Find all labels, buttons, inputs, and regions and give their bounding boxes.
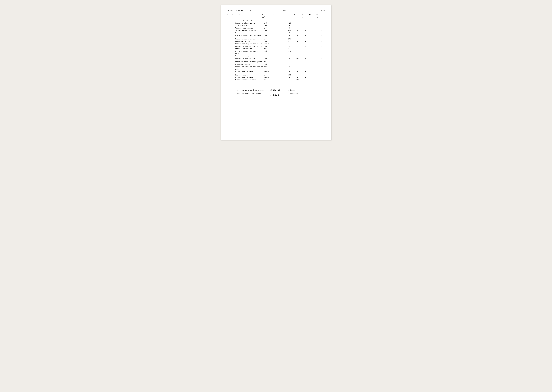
col-num-10: IO [306,14,313,15]
table-row: Нормативная трудоемкость в Н.Р.чел.–ч–––… [227,43,325,45]
table-row: Нормативная трудоемкостьчел.–ч–––I [227,70,325,73]
table-row: Нормативная трудоемкостьчел.–ч–––I70 [227,55,325,57]
footer-section: Составил инженер 2 категории Проверил на… [227,89,325,97]
header-divider [227,12,325,12]
col11-header: 3 [313,16,321,18]
doc-reference-right: 24475-10 [318,10,325,12]
table-row: Стоимость монтажных работруб.27I––– [227,38,325,40]
name-2: И.Г.Казанкова [286,92,298,95]
table-row: Всего, стоимость оборудованияруб.I905––– [227,34,325,37]
table-row: Накладные расходыруб.8I––– [227,40,325,43]
col-num-2: _2 [231,14,235,15]
table-row: Загтов.–складские расходыруб.203––– [227,29,325,32]
col-num-6: 6 [277,14,283,15]
doc-reference-left: ТП 503-1-78.90 Ал. 8 ч. 2 [227,10,251,12]
table-row: Всего, стоимость монтажных работруб.379–… [227,50,325,55]
col-num-11: II [313,14,321,15]
signature-2: 🖊☯☯☯ [270,93,280,97]
section-gap [227,73,325,74]
signature-1: 🖊☯☯☯ [270,89,280,92]
footer-names: Н.А.Черная И.Г.Казанкова [286,89,298,95]
table-row: Итого по сметеруб.2290––– [227,74,325,76]
document-page: ТП 503-1-78.90 Ал. 8 ч. 2 -228- 24475-10… [221,5,331,140]
col-num-7: 7 [283,14,291,15]
table-row: Стоимость сантехнических работруб.5––– [227,61,325,63]
table-row: Тара и упаковкаруб.I6––– [227,24,325,27]
compiled-label: Составил инженер 2 категории [237,89,263,92]
section-gap [227,37,325,38]
col-num-5: 5 [271,14,277,15]
col-num-3: _____3_________________________ [235,14,262,15]
table-row: Сметная заработная платаруб.–II6–– [227,79,325,81]
col-num-9: 9 [299,14,306,15]
name-1: Н.А.Черная [286,89,298,92]
col9-header: 2 [299,16,306,18]
table-row: Транспортные расходыруб.48––– [227,27,325,29]
verified-label: Проверил начальник группы [237,92,263,95]
vtchisle-label: в том числе: [227,19,325,21]
section-gap [227,60,325,61]
header-line: ТП 503-1-78.90 Ал. 8 ч. 2 -228- 24475-10 [227,10,325,12]
col-num-8: 8 [291,14,299,15]
table-row: Накладные расходыруб.I–––– [227,63,325,66]
doc-page-number: -228- [282,10,287,12]
table-row: Сметная заработная платаруб.–II6–– [227,57,325,60]
rub-label: руб. [262,16,271,18]
table-row: Нормативная трудоемкостьчел.–ч–––I7I [227,76,325,79]
table-row: Сметная заработная плата в Н.Р.руб.–I5–– [227,45,325,48]
table-row: Стоимость оборудованияруб.I626––– [227,22,325,24]
column-numbers-row: I _2 _____3_________________________ 4 5… [227,13,325,16]
col-num-4: 4 [262,14,271,15]
col-num-1: I [227,14,231,15]
main-table: Стоимость оборудованияруб.I626–––Тара и … [227,22,325,81]
rub-header-row: руб. 2 3 [227,16,325,19]
table-row: Комплектацияруб.I2––– [227,32,325,34]
table-row: Плановые накопленияруб.27––– [227,48,325,50]
table-row: Всего, стоимость сантехнических работруб… [227,66,325,70]
footer-labels: Составил инженер 2 категории Проверил на… [237,89,263,95]
footer-signatures: 🖊☯☯☯ 🖊☯☯☯ [270,89,280,97]
